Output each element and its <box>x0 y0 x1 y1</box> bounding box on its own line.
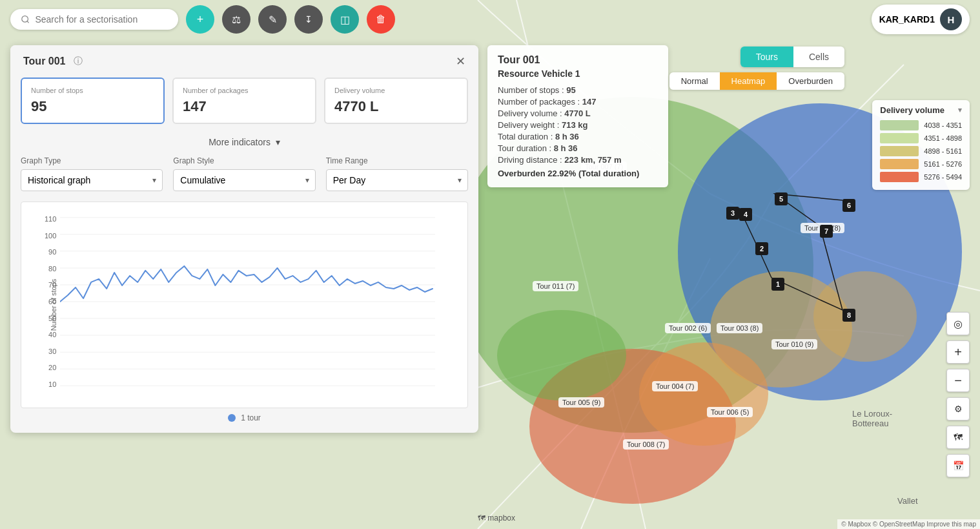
legend-dropdown-icon[interactable]: ▾ <box>958 106 962 114</box>
map-info-weight: Delivery weight : 713 kg <box>498 120 658 130</box>
legend-range-1: 4038 - 4351 <box>924 121 962 129</box>
legend-color-3 <box>880 146 919 156</box>
svg-point-6 <box>497 310 626 400</box>
map-layers-button[interactable]: 🗺 <box>946 426 970 449</box>
panel-header: Tour 001 ⓘ ✕ <box>10 45 478 78</box>
time-range-select[interactable]: Per Day Per Week Per Month <box>326 169 468 191</box>
side-panel: Tour 001 ⓘ ✕ Number of stops 95 Number o… <box>10 45 478 433</box>
export-button[interactable]: ↧ <box>294 5 323 34</box>
metric-volume-value: 4770 L <box>334 98 458 115</box>
stop-6: 6 <box>842 199 855 212</box>
close-button[interactable]: ✕ <box>456 54 465 68</box>
legend-item-3: 4898 - 5161 <box>880 146 962 156</box>
stop-7: 7 <box>820 225 833 238</box>
metric-stops-label: Number of stops <box>31 87 154 94</box>
legend-range-4: 5161 - 5276 <box>924 160 962 168</box>
legend-range-3: 4898 - 5161 <box>924 147 962 155</box>
zoom-in-button[interactable]: + <box>946 340 970 364</box>
legend-label: 1 tour <box>241 413 261 422</box>
cells-view-button[interactable]: Cells <box>793 47 844 67</box>
graph-style-label: Graph Style <box>173 156 315 165</box>
legend-range-2: 4351 - 4898 <box>924 134 962 142</box>
more-indicators[interactable]: More indicators ▾ <box>10 134 478 156</box>
graph-type-select[interactable]: Historical graph Bar chart Pie chart <box>21 169 163 191</box>
legend-title: Delivery volume ▾ <box>880 105 962 115</box>
legend-color-4 <box>880 159 919 169</box>
map-info-packages: Number of packages : 147 <box>498 97 658 107</box>
svg-text:Vallet: Vallet <box>897 496 918 506</box>
chart-legend: 1 tour <box>10 408 478 422</box>
improve-map-link[interactable]: Improve this map <box>926 521 976 528</box>
metrics-row: Number of stops 95 Number of packages 14… <box>10 78 478 134</box>
edit-button[interactable]: ✎ <box>258 5 287 34</box>
calendar-button[interactable]: 📅 <box>946 454 970 477</box>
user-name: KAR_KARD1 <box>879 14 935 25</box>
view-toggle: Tours Cells <box>740 47 844 67</box>
metric-stops-value: 95 <box>31 98 154 115</box>
svg-point-7 <box>813 271 917 362</box>
stop-2: 2 <box>755 242 768 255</box>
stop-4: 4 <box>739 208 752 221</box>
overburden-style-button[interactable]: Overburden <box>777 72 844 90</box>
stop-8: 8 <box>842 309 855 322</box>
search-icon <box>21 14 30 25</box>
tour-label-005: Tour 005 (9) <box>558 397 604 408</box>
graph-area: Number of stops 110 100 90 80 70 60 50 4… <box>21 202 468 408</box>
settings-button[interactable]: ⚙ <box>946 397 970 420</box>
add-button[interactable]: + <box>186 5 214 34</box>
map-right-controls: ◎ + − ⚙ 🗺 📅 <box>946 312 970 477</box>
tours-view-button[interactable]: Tours <box>740 47 793 67</box>
search-input[interactable] <box>35 14 168 25</box>
metric-stops: Number of stops 95 <box>21 78 165 124</box>
info-icon: ⓘ <box>74 56 83 67</box>
svg-point-12 <box>22 16 28 23</box>
style-toggle: Normal Heatmap Overburden <box>669 72 844 90</box>
time-range-group: Time Range Per Day Per Week Per Month <box>326 156 468 191</box>
legend-item-1: 4038 - 4351 <box>880 120 962 130</box>
mapbox-logo: 🗺 mapbox <box>478 513 515 523</box>
legend-range-5: 5276 - 5494 <box>924 173 962 181</box>
tour-label-008: Tour 008 (7) <box>623 439 669 450</box>
chart-svg <box>60 215 435 388</box>
legend-item-4: 5161 - 5276 <box>880 159 962 169</box>
user-avatar: H <box>940 8 962 30</box>
map-info-panel: Tour 001 Resource Vehicle 1 Number of st… <box>487 45 668 187</box>
graph-style-select[interactable]: Cumulative Individual <box>173 169 315 191</box>
legend-item-2: 4351 - 4898 <box>880 133 962 143</box>
map-info-overburden: Overburden 22.92% (Total duration) <box>498 169 658 178</box>
user-area: KAR_KARD1 H <box>872 5 970 34</box>
svg-text:Le Loroux-: Le Loroux- <box>852 409 892 419</box>
stop-3: 3 <box>726 207 739 220</box>
map-controls-area: Tours Cells Normal Heatmap Overburden <box>669 47 844 90</box>
svg-text:Bottereau: Bottereau <box>852 419 888 428</box>
panel-title: Tour 001 <box>23 56 66 67</box>
legend-color-1 <box>880 120 919 130</box>
legend-color-5 <box>880 172 919 182</box>
normal-style-button[interactable]: Normal <box>669 72 720 90</box>
metric-packages-label: Number of packages <box>183 87 306 94</box>
balance-button[interactable]: ⚖ <box>222 5 250 34</box>
stop-1: 1 <box>771 278 784 291</box>
graph-style-group: Graph Style Cumulative Individual <box>173 156 315 191</box>
map-info-subtitle: Resource Vehicle 1 <box>498 68 658 79</box>
map-info-tour-duration: Tour duration : 8 h 36 <box>498 143 658 153</box>
y-ticks: 110 100 90 80 70 60 50 40 30 20 10 <box>45 215 56 388</box>
map-info-volume: Delivery volume : 4770 L <box>498 109 658 118</box>
legend-dot <box>228 414 236 422</box>
heatmap-style-button[interactable]: Heatmap <box>720 72 777 90</box>
layers-button[interactable]: ◫ <box>331 5 359 34</box>
tour-label-010: Tour 010 (9) <box>771 339 817 349</box>
zoom-out-button[interactable]: − <box>946 369 970 392</box>
search-box[interactable] <box>10 9 178 30</box>
topbar: + ⚖ ✎ ↧ ◫ 🗑 KAR_KARD1 H <box>0 0 980 39</box>
map-info-total-duration: Total duration : 8 h 36 <box>498 132 658 141</box>
tour-label-003: Tour 003 (8) <box>717 323 762 333</box>
target-button[interactable]: ◎ <box>946 312 970 335</box>
tour-label-011: Tour 011 (7) <box>533 281 578 291</box>
svg-point-5 <box>639 342 768 446</box>
graph-type-label: Graph Type <box>21 156 163 165</box>
delete-button[interactable]: 🗑 <box>367 5 395 34</box>
map-legend: Delivery volume ▾ 4038 - 4351 4351 - 489… <box>872 100 970 190</box>
map-info-title: Tour 001 <box>498 54 658 66</box>
metric-volume: Delivery volume 4770 L <box>324 78 468 124</box>
